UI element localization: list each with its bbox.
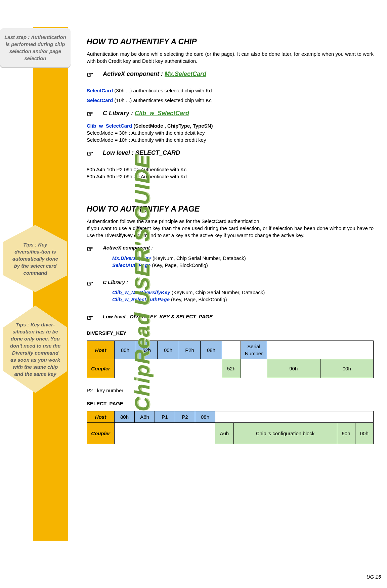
cell <box>215 411 374 423</box>
selectmode-30h: SelectMode = 30h : Authentify with the c… <box>87 129 374 136</box>
table-select-page: Host 80h A6h P1 P2 08h Coupler A6h Chip … <box>87 409 374 444</box>
vertical-guide-title: ChipRead USER'S GUIDE <box>128 154 156 411</box>
callout-tips-2-text: Tips : Key diver-sification has to be do… <box>9 321 61 377</box>
cell: 90h <box>267 359 320 378</box>
link-mx-selectcard[interactable]: Mx.SelectCard <box>165 71 206 77</box>
kw-selectcard-2: SelectCard <box>87 97 113 103</box>
footer-version: Version 1.0 <box>30 573 61 582</box>
selectcard-30h: SelectCard (30h ...) authenticates selec… <box>87 87 374 94</box>
cell: A6h Chip 's configuration block 90h 00h <box>215 423 374 444</box>
pointer-icon: ☞ <box>87 313 103 323</box>
point-label: C Library : <box>103 279 128 289</box>
cell-coupler: Coupler <box>87 359 115 378</box>
intro-paragraph-1: Authentication may be done while selecti… <box>87 50 374 64</box>
cell: P2h <box>179 341 201 359</box>
cell: 00h <box>355 423 373 444</box>
sidebar: ChipRead USER'S GUIDE Last step : Authen… <box>0 0 77 564</box>
selectmode-10h: SelectMode = 10h : Authentify with the c… <box>87 136 374 143</box>
point-clib-selectcard: ☞ C Library : Clib_w_SelectCard <box>87 109 374 120</box>
cell-host: Host <box>87 411 115 423</box>
table-row: Host 80h A6h P1 P2 08h <box>87 411 374 423</box>
cell-host: Host <box>87 341 115 359</box>
cell: 52h <box>222 359 241 378</box>
callout-last-step: Last step : Authentication is performed … <box>0 28 71 67</box>
cell: 00h <box>320 359 373 378</box>
cell: Serial Number <box>241 341 267 359</box>
point-label: Low level : DIVERSIFY_KEY & SELECT_PAGE <box>103 313 213 323</box>
point-label: ActiveX component : Mx.SelectCard <box>103 70 206 80</box>
clib-signature: Clib_w_SelectCard (SelectMode , ChipType… <box>87 122 374 129</box>
cell: 08h <box>195 411 215 423</box>
cell: 80h <box>115 411 135 423</box>
cell <box>241 359 267 378</box>
pointer-icon: ☞ <box>87 109 103 120</box>
table-row: Coupler A6h Chip 's configuration block … <box>87 423 374 444</box>
cell <box>267 341 374 359</box>
point-label: C Library : Clib_w_SelectCard <box>103 109 189 120</box>
cell: A6h <box>215 423 233 444</box>
cell: 90h <box>337 423 355 444</box>
kw-selectcard: SelectCard <box>87 88 113 93</box>
link-clib-selectcard[interactable]: Clib_w_SelectCard <box>135 110 189 117</box>
cell: 08h <box>201 341 222 359</box>
selectcard-10h: SelectCard (10h ...) authenticates selec… <box>87 97 374 104</box>
cell-coupler: Coupler <box>87 423 115 444</box>
cell <box>222 341 241 359</box>
callout-tips-1-text: Tips : Key diversifica-tion is automatic… <box>9 241 61 276</box>
cell: 90h 00h <box>267 359 374 378</box>
section-title-auth-chip: HOW TO AUTHENTIFY A CHIP <box>87 36 374 47</box>
point-activex-selectcard: ☞ ActiveX component : Mx.SelectCard <box>87 70 374 80</box>
cell: Chip 's configuration block <box>233 423 337 444</box>
cell: A6h <box>135 411 155 423</box>
kw-clib-selectcard: Clib_w_SelectCard <box>87 123 132 129</box>
footer-page: UG 15 <box>367 573 381 580</box>
cell: P2 <box>175 411 195 423</box>
cell: P1 <box>155 411 175 423</box>
pointer-icon: ☞ <box>87 149 103 159</box>
cell <box>115 423 215 444</box>
pointer-icon: ☞ <box>87 279 103 289</box>
pointer-icon: ☞ <box>87 244 103 255</box>
cell: 00h <box>158 341 179 359</box>
pointer-icon: ☞ <box>87 70 103 80</box>
